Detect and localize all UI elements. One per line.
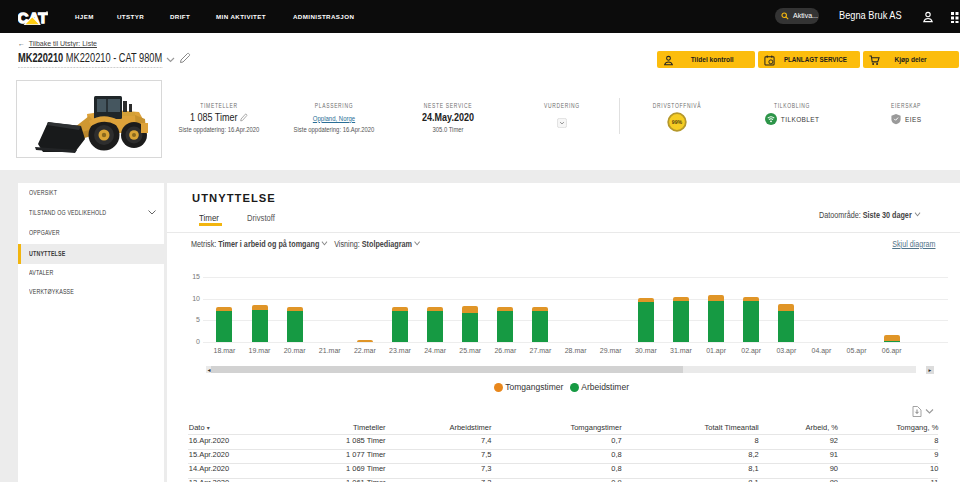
svg-text:99%: 99% (672, 119, 683, 125)
